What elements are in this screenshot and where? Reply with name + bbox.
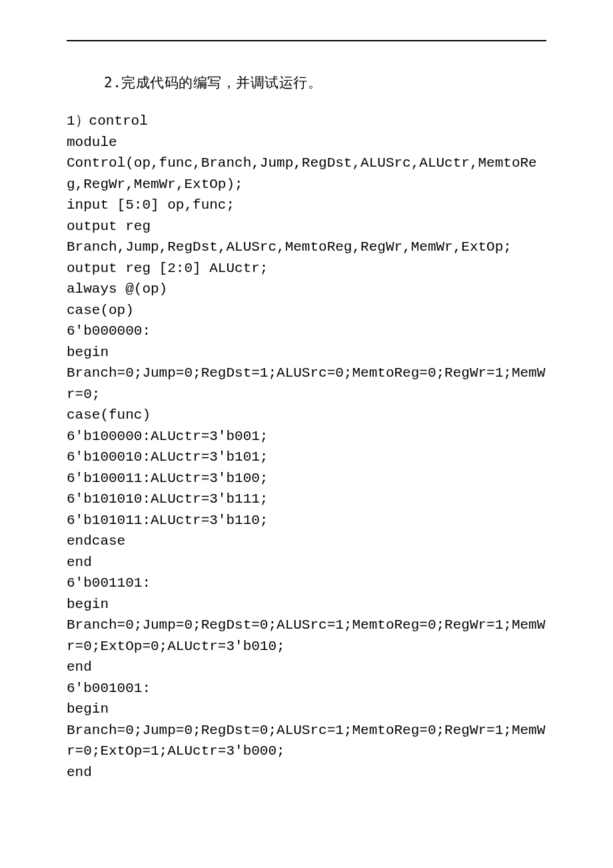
code-line: 6'b000000: bbox=[67, 321, 546, 342]
code-block: 1）controlmoduleControl(op,func,Branch,Ju… bbox=[67, 111, 546, 783]
code-line: output reg [2:0] ALUctr; bbox=[67, 258, 546, 279]
code-line: 6'b001101: bbox=[67, 573, 546, 594]
code-line: input [5:0] op,func; bbox=[67, 195, 546, 216]
code-line: Branch=0;Jump=0;RegDst=1;ALUSrc=0;MemtoR… bbox=[67, 363, 546, 405]
document-page: 2.完成代码的编写，并调试运行。 1）controlmoduleControl(… bbox=[0, 0, 613, 809]
code-line: Branch=0;Jump=0;RegDst=0;ALUSrc=1;MemtoR… bbox=[67, 720, 546, 762]
section-heading: 2.完成代码的编写，并调试运行。 bbox=[104, 73, 546, 92]
code-line: Branch,Jump,RegDst,ALUSrc,MemtoReg,RegWr… bbox=[67, 237, 546, 258]
code-line: module bbox=[67, 132, 546, 153]
code-line: Branch=0;Jump=0;RegDst=0;ALUSrc=1;MemtoR… bbox=[67, 615, 546, 657]
code-line: 6'b101010:ALUctr=3'b111; bbox=[67, 489, 546, 510]
code-line: begin bbox=[67, 594, 546, 615]
horizontal-rule bbox=[67, 40, 546, 41]
code-line: end bbox=[67, 657, 546, 678]
code-line: 6'b101011:ALUctr=3'b110; bbox=[67, 510, 546, 531]
code-line: end bbox=[67, 552, 546, 573]
code-line: Control(op,func,Branch,Jump,RegDst,ALUSr… bbox=[67, 153, 546, 195]
code-line: begin bbox=[67, 699, 546, 720]
code-line: 6'b001001: bbox=[67, 678, 546, 699]
code-line: case(op) bbox=[67, 300, 546, 321]
code-line: case(func) bbox=[67, 405, 546, 426]
code-line: 6'b100011:ALUctr=3'b100; bbox=[67, 468, 546, 489]
code-line: endcase bbox=[67, 531, 546, 552]
code-line: 1）control bbox=[67, 111, 546, 132]
code-line: output reg bbox=[67, 216, 546, 237]
code-line: end bbox=[67, 762, 546, 783]
code-line: always @(op) bbox=[67, 279, 546, 300]
code-line: begin bbox=[67, 342, 546, 363]
code-line: 6'b100010:ALUctr=3'b101; bbox=[67, 447, 546, 468]
code-line: 6'b100000:ALUctr=3'b001; bbox=[67, 426, 546, 447]
